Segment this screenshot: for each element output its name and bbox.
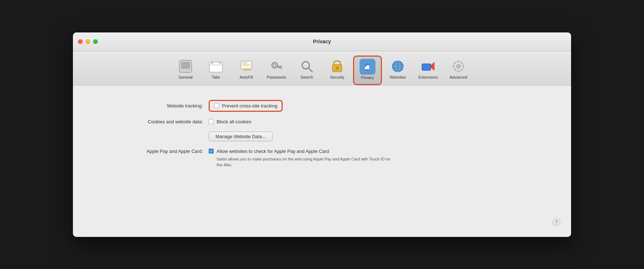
autofill-icon	[238, 58, 254, 74]
svg-rect-11	[277, 66, 282, 67]
svg-rect-23	[365, 67, 366, 69]
svg-rect-13	[279, 67, 280, 69]
maximize-button[interactable]	[93, 39, 98, 44]
block-cookies-label: Block all cookies	[217, 119, 251, 124]
svg-rect-1	[182, 62, 190, 68]
svg-point-9	[272, 62, 278, 68]
block-cookies-control: Block all cookies	[209, 119, 251, 124]
toolbar: General ✕ + Tabs	[73, 51, 571, 85]
svg-rect-36	[458, 70, 459, 72]
help-button[interactable]: ?	[552, 218, 560, 226]
extensions-label: Extensions	[418, 75, 438, 79]
apple-pay-description: Safari allows you to make purchases on t…	[217, 156, 397, 168]
passwords-label: Passwords	[267, 75, 286, 79]
security-label: Security	[330, 75, 344, 79]
toolbar-item-extensions[interactable]: Extensions	[414, 56, 443, 85]
content-area: Website tracking: Prevent cross-site tra…	[73, 85, 571, 237]
passwords-icon	[269, 58, 284, 74]
toolbar-item-autofill[interactable]: AutoFill	[232, 56, 261, 85]
svg-rect-22	[366, 68, 369, 69]
apple-pay-check-label: Allow websites to check for Apple Pay an…	[217, 149, 329, 154]
tabs-label: Tabs	[212, 75, 220, 79]
block-cookies-checkbox[interactable]	[209, 119, 214, 124]
toolbar-item-passwords[interactable]: Passwords	[262, 56, 291, 85]
toolbar-item-privacy[interactable]: Privacy	[353, 56, 382, 85]
autofill-label: AutoFill	[240, 75, 253, 79]
manage-data-row: Manage Website Data...	[95, 132, 549, 141]
toolbar-item-advanced[interactable]: Advanced	[444, 56, 473, 85]
svg-point-10	[273, 64, 276, 67]
cookies-label: Cookies and website data:	[95, 119, 203, 124]
svg-rect-8	[242, 65, 249, 66]
security-icon	[329, 58, 345, 74]
toolbar-item-websites[interactable]: Websites	[383, 56, 412, 85]
prevent-tracking-checkbox[interactable]	[214, 103, 219, 108]
general-icon	[178, 58, 193, 74]
apple-pay-label: Apple Pay and Apple Card:	[95, 149, 203, 154]
websites-label: Websites	[390, 75, 406, 79]
privacy-icon	[360, 59, 375, 75]
toolbar-item-security[interactable]: Security	[323, 56, 352, 85]
minimize-button[interactable]	[86, 39, 90, 44]
safari-preferences-window: Privacy General ✕ + Tab	[73, 32, 571, 237]
svg-line-15	[308, 68, 312, 72]
svg-text:+: +	[219, 61, 221, 65]
svg-rect-32	[458, 60, 459, 63]
apple-pay-checkbox[interactable]	[209, 149, 214, 154]
tabs-icon: ✕ +	[208, 58, 224, 74]
svg-rect-12	[280, 67, 282, 69]
svg-point-31	[457, 65, 460, 68]
apple-pay-row: Apple Pay and Apple Card: Allow websites…	[95, 149, 549, 168]
privacy-label: Privacy	[361, 75, 374, 80]
toolbar-item-tabs[interactable]: ✕ + Tabs	[201, 56, 230, 85]
advanced-icon	[451, 58, 466, 74]
svg-rect-29	[422, 64, 431, 70]
advanced-label: Advanced	[450, 75, 467, 79]
svg-rect-38	[452, 66, 455, 67]
search-icon	[299, 58, 315, 74]
cookies-row: Cookies and website data: Block all cook…	[95, 119, 549, 124]
extensions-icon	[420, 58, 436, 74]
close-button[interactable]	[78, 39, 83, 44]
apple-pay-control: Allow websites to check for Apple Pay an…	[209, 149, 397, 154]
svg-rect-7	[242, 62, 247, 63]
manage-website-data-button[interactable]: Manage Website Data...	[209, 132, 273, 141]
prevent-tracking-label: Prevent cross-site tracking	[222, 103, 277, 109]
svg-rect-34	[462, 66, 465, 67]
traffic-lights	[78, 39, 98, 44]
toolbar-item-general[interactable]: General	[171, 56, 200, 85]
website-tracking-label: Website tracking:	[95, 103, 203, 109]
svg-text:✕: ✕	[211, 61, 214, 65]
prevent-tracking-wrapper: Prevent cross-site tracking	[209, 100, 283, 112]
website-tracking-row: Website tracking: Prevent cross-site tra…	[95, 100, 549, 112]
general-label: General	[178, 75, 192, 79]
toolbar-item-search[interactable]: Search	[292, 56, 321, 85]
websites-icon	[390, 58, 406, 74]
window-title: Privacy	[313, 39, 331, 44]
titlebar: Privacy	[73, 32, 571, 51]
search-label: Search	[301, 75, 313, 79]
